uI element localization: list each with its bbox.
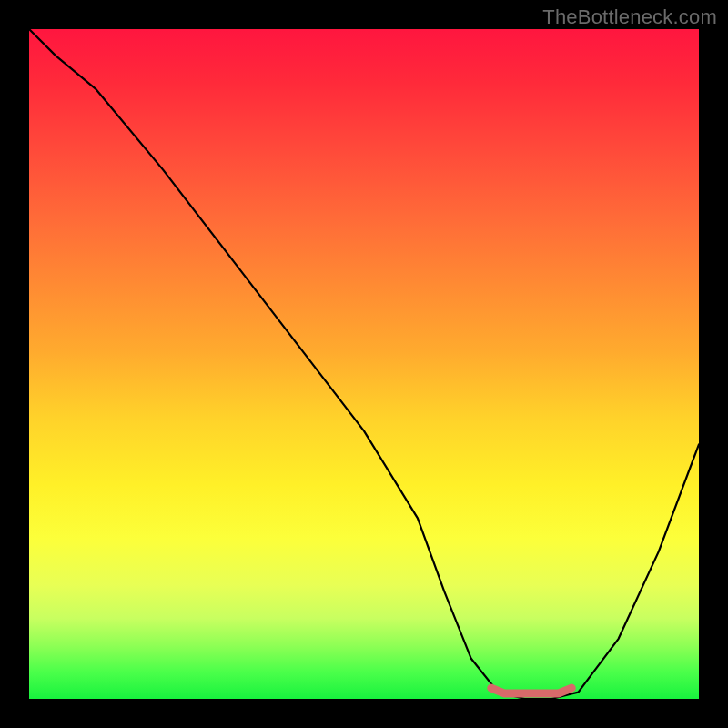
curve-path [29, 29, 699, 699]
flat-bottom-segment [491, 688, 571, 693]
bottleneck-curve [29, 29, 699, 699]
chart-plot-area [29, 29, 699, 699]
chart-frame: TheBottleneck.com [0, 0, 728, 728]
watermark-text: TheBottleneck.com [542, 5, 717, 29]
